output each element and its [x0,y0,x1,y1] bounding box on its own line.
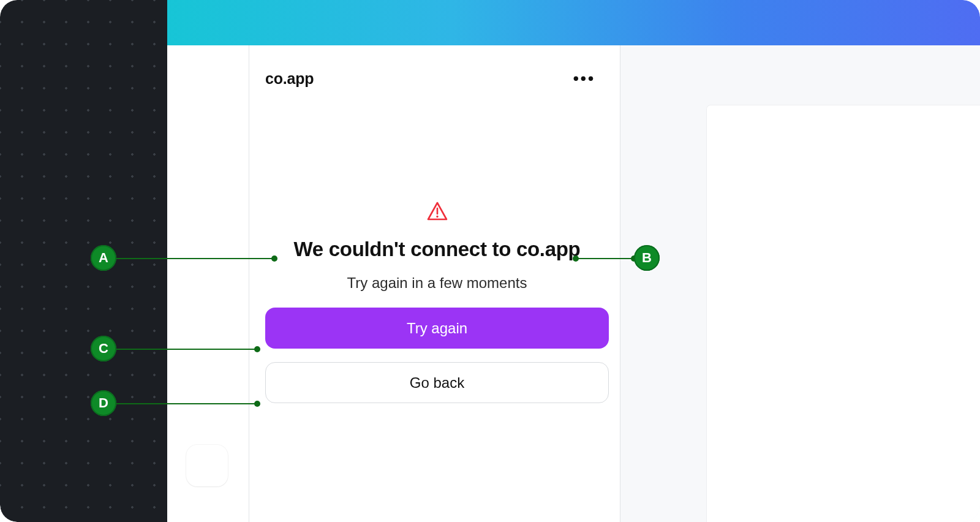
panel-header: co.app ••• [265,66,595,91]
try-again-button[interactable]: Try again [265,308,609,349]
svg-point-1 [436,216,438,218]
panel-divider [249,45,249,522]
try-again-label: Try again [407,320,467,337]
stage: co.app ••• We couldn't connect to co.app… [0,0,980,522]
warning-triangle-icon [426,201,448,224]
annotation-line-c [116,349,257,350]
action-buttons: Try again Go back [265,308,609,403]
error-title: We couldn't connect to co.app [265,238,609,261]
floating-chiclet[interactable] [186,445,228,486]
secondary-card [707,105,980,522]
annotation-line-b [576,258,634,259]
annotation-badge-c: C [91,336,116,361]
error-block: We couldn't connect to co.app Try again … [265,201,609,292]
go-back-label: Go back [410,374,464,392]
more-horizontal-icon[interactable]: ••• [573,69,595,88]
annotation-line-a [116,258,274,259]
left-rail [0,0,167,522]
annotation-badge-a: A [91,245,116,271]
go-back-button[interactable]: Go back [265,362,609,403]
error-subtitle: Try again in a few moments [265,274,609,292]
annotation-badge-d: D [91,390,116,416]
annotation-badge-b: B [634,245,660,271]
annotation-line-d [116,403,257,404]
main-panel: co.app ••• We couldn't connect to co.app… [167,45,620,522]
top-gradient-bar [167,0,980,45]
page-title: co.app [265,70,314,88]
